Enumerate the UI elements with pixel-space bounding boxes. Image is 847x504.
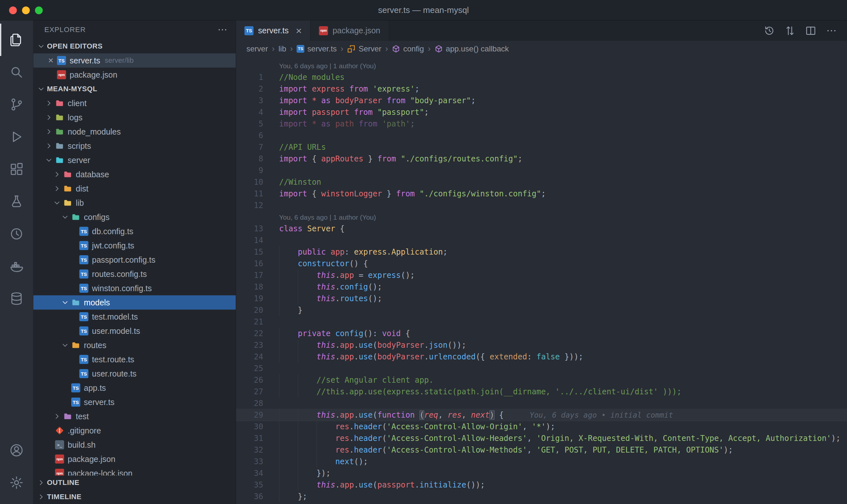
code-line-25[interactable]: 25 [236,363,847,374]
minimize-window-button[interactable] [22,6,30,14]
code-line-20[interactable]: 20} [236,304,847,316]
breadcrumb-item-server[interactable]: server [246,44,268,53]
activity-bar-item-source-control[interactable] [0,88,33,121]
code-line-21[interactable]: 21 [236,316,847,328]
code-line-18[interactable]: 18this.config(); [236,281,847,293]
codelens-label[interactable]: You, 6 days ago | 1 author (You) [279,62,376,70]
code-line-26[interactable]: 26//set Angular client app. [236,374,847,386]
tree-item-node-modules[interactable]: node_modules [33,125,236,139]
activity-bar-item-run-debug[interactable] [0,121,33,153]
tree-item-test-route-ts[interactable]: TStest.route.ts [33,352,236,366]
zoom-window-button[interactable] [35,6,43,14]
outline-section-header[interactable]: OUTLINE [33,475,236,490]
views-and-more-actions-icon[interactable] [217,24,228,35]
close-window-button[interactable] [9,6,17,14]
breadcrumb-item-server-ts[interactable]: TSserver.ts [297,44,337,53]
activity-bar-item-docker[interactable] [0,250,33,283]
code-line-12[interactable]: 12 [236,200,847,211]
more-actions-icon[interactable] [826,25,837,37]
code-line-23[interactable]: 23this.app.use(bodyParser.json()); [236,339,847,351]
breadcrumb-item-server[interactable]: Server [347,44,381,53]
codelens-row[interactable]: You, 6 days ago | 1 author (You) [236,211,847,223]
code-line-22[interactable]: 22private config(): void { [236,328,847,339]
tree-item-package-json[interactable]: npmpackage.json [33,452,236,466]
tree-item-app-ts[interactable]: TSapp.ts [33,381,236,395]
code-line-14[interactable]: 14 [236,235,847,246]
code-line-37[interactable]: 37 [236,502,847,504]
close-editor-icon[interactable]: × [46,56,55,65]
tree-item-database[interactable]: database [33,167,236,181]
code-line-32[interactable]: 32res.header('Access-Control-Allow-Metho… [236,444,847,456]
activity-bar-item-clock[interactable] [0,218,33,250]
code-line-35[interactable]: 35this.app.use(passport.initialize()); [236,479,847,491]
breadcrumb-item-lib[interactable]: lib [278,44,286,53]
tree-item-routes[interactable]: routes [33,338,236,352]
code-line-3[interactable]: 3import * as bodyParser from "body-parse… [236,95,847,106]
code-line-19[interactable]: 19this.routes(); [236,293,847,304]
tree-item-test[interactable]: test [33,409,236,424]
code-line-33[interactable]: 33next(); [236,456,847,467]
open-editor-server-ts[interactable]: ×TSserver.tsserver/lib [33,53,236,68]
activity-bar-item-account[interactable] [0,434,33,467]
open-editor-package-json[interactable]: npmpackage.json [33,68,236,82]
code-line-36[interactable]: 36}; [236,491,847,502]
tree-item-server[interactable]: server [33,153,236,167]
tree-item-dist[interactable]: dist [33,181,236,196]
timeline-history-icon[interactable] [763,25,775,37]
code-line-9[interactable]: 9 [236,165,847,176]
code-line-8[interactable]: 8import { appRoutes } from "./configs/ro… [236,153,847,165]
code-line-30[interactable]: 30res.header('Access-Control-Allow-Origi… [236,421,847,432]
breadcrumb-item-app-use-callback[interactable]: app.use() callback [434,44,509,53]
code-line-5[interactable]: 5import * as path from 'path'; [236,118,847,130]
tree-item-lib[interactable]: lib [33,196,236,210]
tree-item-models[interactable]: models [33,295,236,310]
timeline-section-header[interactable]: TIMELINE [33,490,236,504]
code-line-16[interactable]: 16constructor() { [236,258,847,269]
section-open-editors-header[interactable]: OPEN EDITORS [33,39,236,53]
tab-server-ts[interactable]: TSserver.ts× [236,20,311,41]
tab-package-json[interactable]: npmpackage.json [311,20,389,41]
code-line-31[interactable]: 31res.header('Access-Control-Allow-Heade… [236,432,847,444]
codelens-row[interactable]: You, 6 days ago | 1 author (You) [236,60,847,72]
activity-bar-item-settings[interactable] [0,467,33,499]
tree-item-routes-config-ts[interactable]: TSroutes.config.ts [33,267,236,281]
tree-item-test-model-ts[interactable]: TStest.model.ts [33,310,236,324]
code-line-34[interactable]: 34}); [236,467,847,479]
section-workspace-header[interactable]: MEAN-MYSQL [33,82,236,96]
code-line-29[interactable]: 29this.app.use(function (req, res, next)… [236,409,847,421]
open-changes-icon[interactable] [784,25,796,37]
tree-item-package-lock-json[interactable]: npmpackage-lock.json [33,466,236,475]
activity-bar-item-test-beaker[interactable] [0,185,33,218]
code-line-15[interactable]: 15public app: express.Application; [236,246,847,258]
split-editor-icon[interactable] [805,25,816,37]
code-line-2[interactable]: 2import express from 'express'; [236,83,847,95]
tree-item-gitignore[interactable]: .gitignore [33,424,236,438]
tree-item-passport-config-ts[interactable]: TSpassport.config.ts [33,253,236,267]
code-line-6[interactable]: 6 [236,130,847,141]
tree-item-client[interactable]: client [33,96,236,110]
code-line-17[interactable]: 17this.app = express(); [236,269,847,281]
code-line-13[interactable]: 13class Server { [236,223,847,235]
activity-bar-item-search[interactable] [0,56,33,88]
close-tab-icon[interactable]: × [296,25,302,36]
code-line-11[interactable]: 11import { winstonLogger } from "./confi… [236,188,847,200]
tree-item-user-route-ts[interactable]: TSuser.route.ts [33,366,236,381]
tree-item-scripts[interactable]: scripts [33,139,236,153]
tree-item-logs[interactable]: logs [33,110,236,125]
activity-bar-item-database[interactable] [0,283,33,315]
code-line-10[interactable]: 10//Winston [236,176,847,188]
code-line-7[interactable]: 7//API URLs [236,141,847,153]
tree-item-user-model-ts[interactable]: TSuser.model.ts [33,324,236,338]
editor-code-area[interactable]: You, 6 days ago | 1 author (You)1//Node … [236,57,847,504]
tree-item-build-sh[interactable]: >_build.sh [33,438,236,452]
tree-item-winston-config-ts[interactable]: TSwinston.config.ts [33,281,236,295]
activity-bar-item-explorer[interactable] [0,24,33,56]
code-line-27[interactable]: 27//this.app.use(express.static(path.joi… [236,386,847,398]
code-line-24[interactable]: 24this.app.use(bodyParser.urlencoded({ e… [236,351,847,363]
codelens-label[interactable]: You, 6 days ago | 1 author (You) [279,214,376,221]
code-line-1[interactable]: 1//Node modules [236,72,847,83]
tree-item-db-config-ts[interactable]: TSdb.config.ts [33,224,236,238]
tree-item-jwt-config-ts[interactable]: TSjwt.config.ts [33,238,236,253]
code-line-4[interactable]: 4import passport from "passport"; [236,106,847,118]
code-line-28[interactable]: 28 [236,398,847,409]
